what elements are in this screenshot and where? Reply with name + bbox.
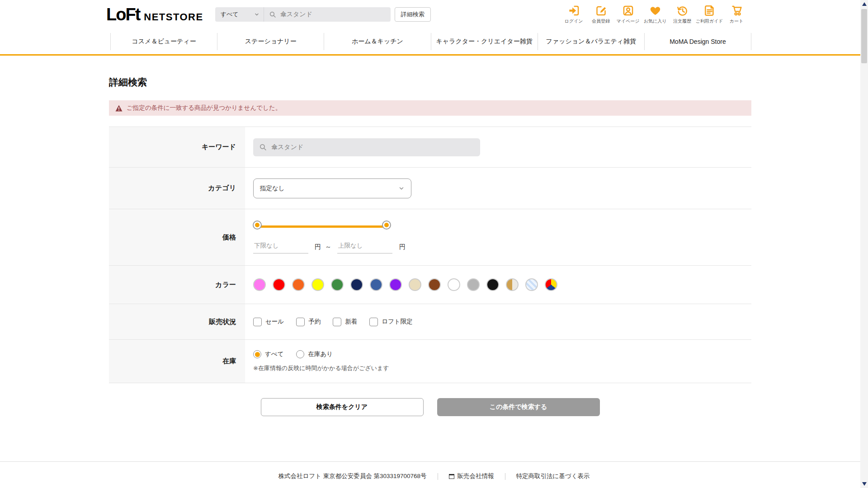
color-swatch[interactable] (448, 278, 460, 291)
keyword-input[interactable]: 傘スタンド (253, 138, 480, 156)
order-history-icon (676, 5, 689, 17)
radio-unselected-icon (296, 350, 304, 358)
logo-loft-text: LoFt (106, 6, 140, 23)
price-range-slider (254, 221, 390, 232)
favorites-button[interactable]: お気に入り (644, 5, 666, 24)
checkbox-icon (369, 318, 378, 326)
category-nav-bar: コスメ＆ビューティー ステーショナリー ホーム＆キッチン キャラクター・クリエイ… (0, 28, 868, 56)
checkbox-preorder-label: 予約 (308, 318, 321, 326)
color-swatch[interactable] (292, 278, 305, 291)
register-label: 会員登録 (592, 18, 610, 24)
stock-label: 在庫 (109, 340, 245, 383)
footer-separator (505, 473, 505, 480)
nav-item-moma[interactable]: MoMA Design Store (644, 33, 751, 50)
color-swatch[interactable] (389, 278, 402, 291)
nav-item-character-creator[interactable]: キャラクター・クリエイター雑貨 (431, 33, 538, 50)
login-label: ログイン (565, 18, 583, 24)
nav-item-stationery[interactable]: ステーショナリー (217, 33, 324, 50)
chevron-down-icon (254, 12, 259, 17)
checkbox-preorder[interactable]: 予約 (296, 318, 321, 326)
price-slider-min-handle[interactable] (254, 221, 261, 229)
search-icon (269, 11, 276, 18)
nav-item-fashion-variety[interactable]: ファッション＆バラエティ雑貨 (538, 33, 644, 50)
color-swatch[interactable] (273, 278, 285, 291)
nav-item-cosme-beauty[interactable]: コスメ＆ビューティー (110, 33, 217, 50)
category-row: カテゴリ 指定なし (109, 167, 751, 209)
search-icon (259, 143, 267, 151)
checkbox-sale[interactable]: セール (253, 318, 284, 326)
radio-stock-available-label: 在庫あり (308, 350, 333, 358)
color-swatch[interactable] (350, 278, 363, 291)
keyword-value: 傘スタンド (271, 143, 303, 151)
seller-info-label: 販売会社情報 (458, 472, 494, 480)
company-info: 株式会社ロフト 東京都公安委員会 第303319700768号 (278, 472, 426, 480)
header-search-value: 傘スタンド (280, 10, 312, 19)
search-with-conditions-button[interactable]: この条件で検索する (437, 398, 600, 416)
checkbox-loft-exclusive[interactable]: ロフト限定 (369, 318, 412, 326)
nav-item-home-kitchen[interactable]: ホーム＆キッチン (324, 33, 430, 50)
price-row: 価格 下限なし 円 ～ 上限なし 円 (109, 209, 751, 265)
warning-icon (115, 105, 123, 112)
login-button[interactable]: ログイン (562, 5, 585, 24)
clear-conditions-button[interactable]: 検索条件をクリア (261, 398, 424, 416)
price-max-input[interactable]: 上限なし (337, 240, 392, 253)
checkbox-new-label: 新着 (345, 318, 357, 326)
keyword-row: キーワード 傘スタンド (109, 127, 751, 167)
chevron-down-icon (398, 185, 405, 192)
vertical-scrollbar[interactable] (860, 0, 868, 488)
site-header: LoFt NETSTORE すべて 傘スタンド 詳細検索 ログイン 会員登録 (0, 0, 868, 28)
utility-nav: ログイン 会員登録 マイページ お気に入り 注文履歴 (562, 5, 748, 24)
price-min-input[interactable]: 下限なし (253, 240, 308, 253)
order-history-button[interactable]: 注文履歴 (671, 5, 693, 24)
guide-button[interactable]: ご利用ガイド (698, 5, 721, 24)
commerce-law-label: 特定商取引法に基づく表示 (516, 472, 590, 480)
sales-status-row: 販売状況 セール 予約 新着 (109, 304, 751, 339)
header-search-input[interactable]: 傘スタンド (264, 10, 391, 19)
commerce-law-link[interactable]: 特定商取引法に基づく表示 (516, 472, 590, 480)
header-search-box: すべて 傘スタンド (215, 7, 391, 22)
mypage-icon (622, 5, 634, 17)
site-footer: 株式会社ロフト 東京都公安委員会 第303319700768号 販売会社情報 特… (0, 461, 868, 488)
scroll-up-arrow[interactable] (862, 2, 867, 6)
cart-label: カート (730, 18, 743, 24)
color-swatch[interactable] (409, 278, 421, 291)
color-swatch[interactable] (525, 278, 538, 291)
logo-netstore-text: NETSTORE (144, 12, 203, 22)
scrollbar-thumb[interactable] (861, 9, 867, 63)
register-icon (595, 5, 607, 17)
register-button[interactable]: 会員登録 (590, 5, 612, 24)
login-icon (568, 5, 580, 17)
loft-logo[interactable]: LoFt NETSTORE (106, 6, 203, 23)
category-label: カテゴリ (109, 168, 245, 209)
checkbox-loft-exclusive-label: ロフト限定 (382, 318, 412, 326)
color-swatch[interactable] (506, 278, 519, 291)
external-window-icon (449, 474, 454, 479)
no-results-message: ご指定の条件に一致する商品が見つかりませんでした。 (127, 104, 281, 112)
price-slider-max-handle[interactable] (383, 221, 390, 229)
seller-info-link[interactable]: 販売会社情報 (449, 472, 494, 480)
cart-button[interactable]: カート (725, 5, 748, 24)
radio-stock-all[interactable]: すべて (253, 350, 283, 358)
category-select[interactable]: 指定なし (253, 178, 411, 198)
color-swatch[interactable] (331, 278, 344, 291)
price-label: 価格 (109, 209, 245, 265)
color-swatches (253, 278, 557, 291)
search-scope-select[interactable]: すべて (215, 7, 264, 22)
color-swatch[interactable] (486, 278, 499, 291)
color-swatch[interactable] (370, 278, 382, 291)
checkbox-icon (253, 318, 262, 326)
color-swatch[interactable] (428, 278, 441, 291)
mypage-button[interactable]: マイページ (617, 5, 639, 24)
color-swatch[interactable] (311, 278, 324, 291)
color-swatch[interactable] (467, 278, 480, 291)
advanced-search-button[interactable]: 詳細検索 (395, 7, 431, 22)
category-selected-value: 指定なし (260, 184, 285, 192)
scroll-down-arrow[interactable] (862, 482, 867, 486)
radio-stock-available[interactable]: 在庫あり (296, 350, 333, 358)
color-swatch[interactable] (253, 278, 266, 291)
color-swatch[interactable] (545, 278, 557, 291)
price-unit-label: 円 (399, 243, 406, 251)
color-label: カラー (109, 266, 245, 304)
checkbox-new[interactable]: 新着 (333, 318, 357, 326)
mypage-label: マイページ (617, 18, 640, 24)
